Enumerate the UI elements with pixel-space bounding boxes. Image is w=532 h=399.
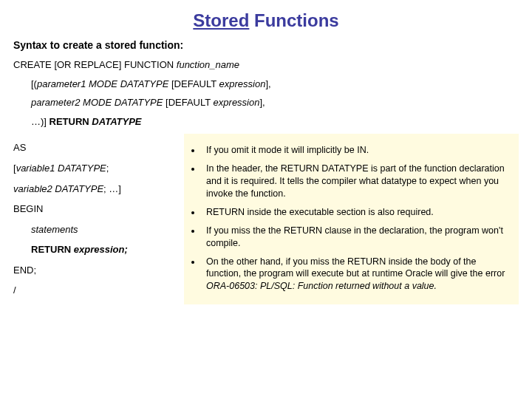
txt: parameter2 MODE DATATYPE: [31, 97, 166, 108]
notes-list: If you omit it mode it will implicitly b…: [188, 144, 511, 293]
stmts: statements: [13, 223, 180, 236]
txt: RETURN: [31, 244, 74, 255]
list-item: In the header, the RETURN DATATYPE is pa…: [202, 163, 511, 200]
txt: expression: [214, 97, 260, 108]
syntax-block: CREATE [OR REPLACE] FUNCTION function_na…: [13, 58, 519, 128]
var-line-1: [variable1 DATATYPE;: [13, 162, 180, 175]
syntax-line-4: …)] RETURN DATATYPE: [13, 115, 519, 129]
body-syntax: AS [variable1 DATATYPE; variable2 DATATY…: [13, 134, 180, 304]
txt: ],: [265, 78, 270, 89]
txt: variable2 DATATYPE: [13, 183, 103, 194]
kw-slash: /: [13, 284, 180, 297]
title-accent: Stored: [193, 10, 249, 30]
notes-callout: If you omit it mode it will implicitly b…: [184, 134, 519, 304]
slide-title: Stored Functions: [13, 9, 519, 33]
kw-as: AS: [13, 141, 180, 154]
txt: parameter1 MODE DATATYPE: [37, 78, 171, 89]
syntax-line-3: parameter2 MODE DATATYPE [DEFAULT expres…: [13, 96, 519, 109]
txt: On the other hand, if you miss the RETUR…: [206, 256, 505, 279]
txt: RETURN: [50, 116, 92, 127]
kw-end: END;: [13, 264, 180, 277]
subtitle: Syntax to create a stored function:: [13, 38, 519, 52]
txt: CREATE [OR REPLACE] FUNCTION: [13, 59, 177, 70]
txt: ],: [259, 97, 265, 108]
txt: DATATYPE: [92, 116, 141, 127]
txt: [DEFAULT: [166, 97, 214, 108]
txt: [DEFAULT: [171, 78, 219, 89]
txt: expression;: [74, 244, 128, 255]
list-item: If you miss the the RETURN clause in the…: [202, 225, 511, 250]
list-item: RETURN inside the executable section is …: [202, 206, 511, 219]
list-item: If you omit it mode it will implicitly b…: [202, 144, 511, 157]
txt: ; …]: [103, 183, 121, 194]
lower-wrap: AS [variable1 DATATYPE; variable2 DATATY…: [13, 134, 519, 304]
txt: variable1 DATATYPE: [16, 163, 106, 174]
syntax-line-2: [(parameter1 MODE DATATYPE [DEFAULT expr…: [13, 78, 519, 91]
txt: ;: [106, 163, 109, 174]
txt: …)]: [31, 116, 50, 127]
syntax-line-1: CREATE [OR REPLACE] FUNCTION function_na…: [13, 58, 519, 72]
return-line: RETURN expression;: [13, 243, 180, 256]
title-rest: Functions: [249, 10, 338, 30]
txt: ORA-06503: PL/SQL: Function returned wit…: [206, 281, 437, 291]
txt: expression: [219, 78, 266, 89]
txt: [(: [31, 78, 37, 89]
list-item: On the other hand, if you miss the RETUR…: [202, 256, 511, 293]
kw-begin: BEGIN: [13, 202, 180, 216]
txt: function_name: [177, 59, 239, 70]
var-line-2: variable2 DATATYPE; …]: [13, 183, 180, 196]
